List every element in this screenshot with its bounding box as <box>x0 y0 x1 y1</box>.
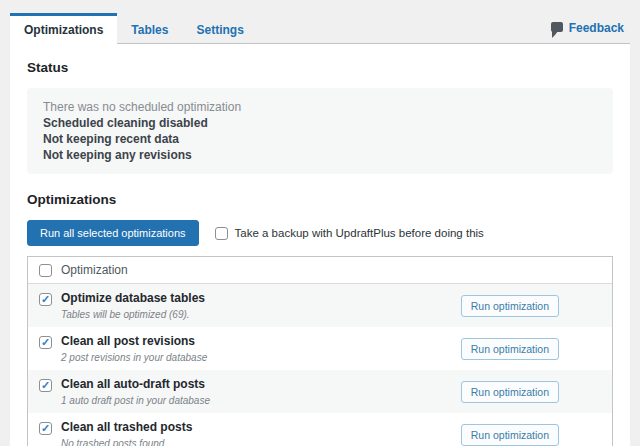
table-header-label: Optimization <box>52 263 128 277</box>
optimization-row: Optimize database tablesTables will be o… <box>28 284 612 327</box>
optimization-title: Clean all trashed posts <box>61 420 451 434</box>
optimization-note: 2 post revisions in your database <box>61 352 451 363</box>
tab-list: OptimizationsTablesSettings <box>10 13 258 43</box>
table-header-row: Optimization <box>28 257 612 284</box>
select-all-checkbox[interactable] <box>39 264 52 277</box>
optimization-title: Clean all post revisions <box>61 334 451 348</box>
status-line: Not keeping any revisions <box>43 147 597 163</box>
tab-optimizations[interactable]: Optimizations <box>10 13 117 44</box>
status-line: Not keeping recent data <box>43 131 597 147</box>
optimization-note: 1 auto draft post in your database <box>61 395 451 406</box>
status-heading: Status <box>27 60 613 75</box>
run-all-selected-button[interactable]: Run all selected optimizations <box>27 220 199 246</box>
tab-tables[interactable]: Tables <box>117 13 182 43</box>
table-body: Optimize database tablesTables will be o… <box>28 284 612 446</box>
status-box: There was no scheduled optimizationSched… <box>27 88 613 174</box>
optimization-info: Clean all post revisions2 post revisions… <box>52 334 461 363</box>
feedback-label: Feedback <box>569 21 624 35</box>
backup-checkbox[interactable] <box>215 227 228 240</box>
optimization-info: Clean all trashed postsNo trashed posts … <box>52 420 461 446</box>
optimization-title: Clean all auto-draft posts <box>61 377 451 391</box>
row-checkbox[interactable] <box>39 336 52 349</box>
optimizations-heading: Optimizations <box>27 192 613 207</box>
speech-bubble-icon <box>551 22 563 32</box>
row-checkbox[interactable] <box>39 422 52 435</box>
backup-checkbox-row[interactable]: Take a backup with UpdraftPlus before do… <box>215 227 484 240</box>
content-panel: Status There was no scheduled optimizati… <box>10 44 630 446</box>
feedback-link[interactable]: Feedback <box>551 13 630 43</box>
run-optimization-button[interactable]: Run optimization <box>461 381 559 403</box>
optimization-title: Optimize database tables <box>61 291 451 305</box>
optimizations-controls: Run all selected optimizations Take a ba… <box>27 220 613 246</box>
optimization-row: Clean all post revisions2 post revisions… <box>28 327 612 370</box>
optimizations-table: Optimization Optimize database tablesTab… <box>27 256 613 446</box>
tab-bar: OptimizationsTablesSettings Feedback <box>10 13 630 44</box>
backup-checkbox-label: Take a backup with UpdraftPlus before do… <box>235 227 484 239</box>
optimization-info: Clean all auto-draft posts1 auto draft p… <box>52 377 461 406</box>
row-checkbox[interactable] <box>39 293 52 306</box>
status-line: Scheduled cleaning disabled <box>43 115 597 131</box>
optimization-note: Tables will be optimized (69). <box>61 309 451 320</box>
optimization-note: No trashed posts found <box>61 438 451 446</box>
row-checkbox[interactable] <box>39 379 52 392</box>
optimization-row: Clean all trashed postsNo trashed posts … <box>28 413 612 446</box>
status-line: There was no scheduled optimization <box>43 99 597 115</box>
run-optimization-button[interactable]: Run optimization <box>461 295 559 317</box>
optimization-row: Clean all auto-draft posts1 auto draft p… <box>28 370 612 413</box>
run-optimization-button[interactable]: Run optimization <box>461 338 559 360</box>
wp-optimize-page: OptimizationsTablesSettings Feedback Sta… <box>0 0 640 446</box>
optimization-info: Optimize database tablesTables will be o… <box>52 291 461 320</box>
tab-settings[interactable]: Settings <box>182 13 257 43</box>
run-optimization-button[interactable]: Run optimization <box>461 424 559 446</box>
